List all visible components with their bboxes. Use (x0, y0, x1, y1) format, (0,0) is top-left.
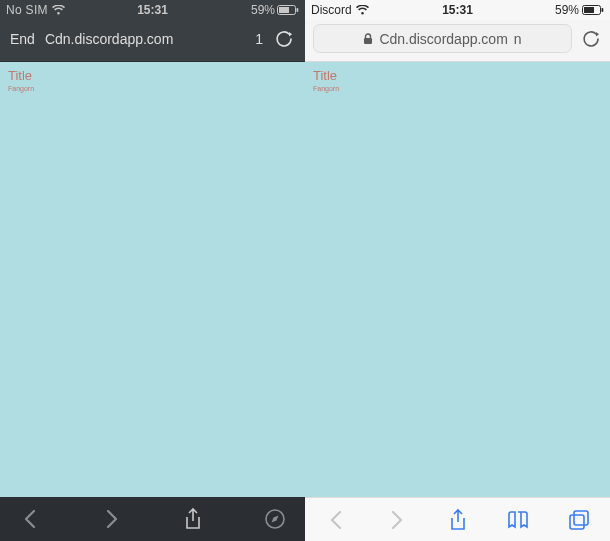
carrier-label: Discord (311, 3, 352, 17)
wifi-icon (52, 5, 65, 15)
clock-label: 15:31 (137, 3, 168, 17)
share-icon[interactable] (445, 507, 471, 533)
svg-rect-1 (279, 7, 289, 13)
page-title: Title (313, 68, 602, 83)
address-tail: 1 (255, 31, 263, 47)
address-url: Cdn.discordapp.com (379, 31, 507, 47)
page-title: Title (8, 68, 297, 83)
compass-icon[interactable] (263, 507, 287, 531)
forward-icon[interactable] (100, 507, 124, 531)
toolbar-dark (0, 497, 305, 541)
page-subtext: Fangorn (313, 85, 602, 92)
address-pill[interactable]: Cdn.discordapp.com n (313, 24, 572, 53)
svg-rect-2 (297, 8, 299, 12)
carrier-label: No SIM (6, 3, 48, 17)
status-bar-light: Discord 15:31 59% (305, 0, 610, 20)
bookmarks-icon[interactable] (505, 507, 531, 533)
dark-pane: No SIM 15:31 59% End Cdn.discordapp.com … (0, 0, 305, 541)
address-bar-light: Cdn.discordapp.com n (305, 20, 610, 62)
svg-rect-8 (570, 515, 584, 529)
battery-icon (582, 5, 604, 15)
page-subtext: Fangorn (8, 85, 297, 92)
svg-rect-6 (602, 8, 604, 12)
battery-icon (277, 5, 299, 15)
svg-rect-9 (574, 511, 588, 525)
toolbar-light (305, 497, 610, 541)
svg-rect-5 (584, 7, 594, 13)
tabs-icon[interactable] (566, 507, 592, 533)
share-icon[interactable] (181, 507, 205, 531)
address-tail: n (514, 31, 522, 47)
address-bar-dark[interactable]: End Cdn.discordapp.com 1 (0, 20, 305, 62)
back-icon[interactable] (323, 507, 349, 533)
svg-rect-7 (364, 38, 372, 44)
page-body-light: Title Fangorn (305, 62, 610, 497)
back-icon[interactable] (18, 507, 42, 531)
reload-icon[interactable] (273, 28, 295, 50)
clock-label: 15:31 (442, 3, 473, 17)
forward-icon[interactable] (384, 507, 410, 533)
page-body-dark: Title Fangorn (0, 62, 305, 497)
wifi-icon (356, 5, 369, 15)
address-url: Cdn.discordapp.com (45, 31, 245, 47)
address-prefix: End (10, 31, 35, 47)
reload-icon[interactable] (580, 28, 602, 50)
light-pane: Discord 15:31 59% Cdn.discordapp.com n T… (305, 0, 610, 541)
battery-text: 59% (555, 3, 579, 17)
lock-icon (363, 33, 373, 45)
status-bar-dark: No SIM 15:31 59% (0, 0, 305, 20)
battery-text: 59% (251, 3, 275, 17)
